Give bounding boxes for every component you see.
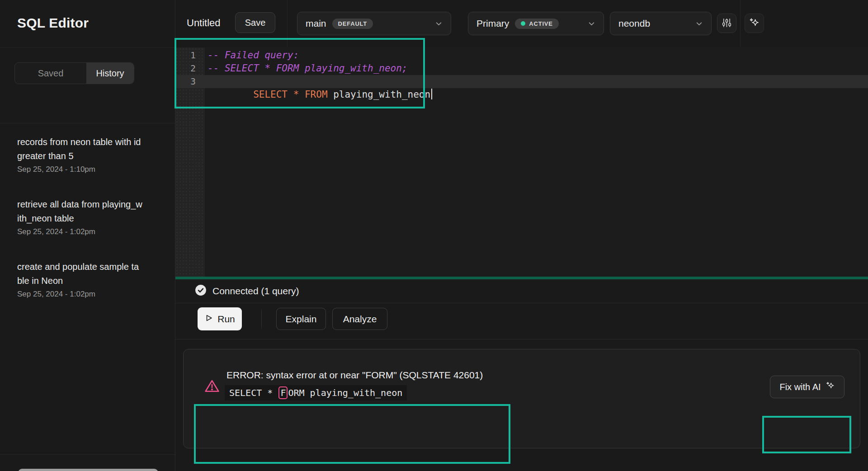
check-circle-icon [195,284,207,298]
new-query-button-partial[interactable] [18,469,158,471]
sql-keyword: SELECT [253,89,288,100]
error-message: ERROR: syntax error at or near "FORM" (S… [226,370,483,381]
saved-history-segmented-control: Saved History [14,62,134,84]
branch-default-badge: DEFAULT [332,19,373,29]
sql-table-name: playing_with_neon [333,89,430,100]
tab-history[interactable]: History [86,63,134,84]
code-line-2: 2 -- SELECT * FORM playing_with_neon; [175,62,868,75]
editor-toolbar: Untitled Save main DEFAULT Primary ACTIV… [175,0,868,47]
run-button-label: Run [217,314,235,325]
play-icon [204,314,213,325]
history-item-timestamp: Sep 25, 2024 - 1:10pm [17,165,158,174]
toolbar-divider [740,0,741,47]
explain-button[interactable]: Explain [276,308,326,330]
line-number: 3 [175,75,205,88]
main-area: Untitled Save main DEFAULT Primary ACTIV… [175,0,868,471]
line-number: 1 [175,49,205,62]
database-selector[interactable]: neondb [610,12,712,35]
history-item[interactable]: create and populate sample ta ble in Neo… [17,260,158,299]
history-item-title: create and populate sample ta ble in Neo… [17,260,158,288]
active-status-dot [521,21,525,26]
results-panel: ERROR: syntax error at or near "FORM" (S… [183,349,860,448]
chevron-down-icon [695,20,703,28]
text-cursor [431,89,432,99]
connection-status-text: Connected (1 query) [212,286,299,297]
active-badge-label: ACTIVE [529,20,552,27]
history-item[interactable]: retrieve all data from playing_w ith_neo… [17,198,158,236]
history-item-timestamp: Sep 25, 2024 - 1:02pm [17,290,158,299]
compute-name: Primary [476,18,509,29]
fix-with-ai-button[interactable]: Fix with AI [770,376,844,398]
chevron-down-icon [435,20,443,28]
toolbar-divider [287,0,288,47]
history-list: records from neon table with id greater … [0,123,175,299]
error-highlight-char: F [278,386,288,399]
warning-triangle-icon [204,379,220,395]
results-area: ERROR: syntax error at or near "FORM" (S… [175,340,868,471]
save-button[interactable]: Save [235,12,275,33]
error-code-before: SELECT * [229,387,278,398]
sidebar-footer [0,454,175,471]
error-code-after: ORM playing_with_neon [288,387,402,398]
code-line-1: 1 -- Failed query: [175,49,868,62]
run-button[interactable]: Run [198,307,242,330]
database-name: neondb [618,18,650,29]
actions-divider [261,310,262,329]
compute-active-badge: ACTIVE [515,19,558,29]
compute-selector[interactable]: Primary ACTIVE [468,12,604,35]
sliders-icon [722,18,732,29]
chevron-down-icon [588,20,595,28]
query-settings-button[interactable] [717,14,736,33]
history-item[interactable]: records from neon table with id greater … [17,135,158,174]
history-item-title: retrieve all data from playing_w ith_neo… [17,198,158,226]
query-actions-bar: Run Explain Analyze [175,303,868,339]
tab-saved[interactable]: Saved [15,63,86,84]
sql-comment: -- SELECT * FORM playing_with_neon; [208,63,408,74]
sql-comment: -- Failed query: [208,50,299,61]
sparkles-icon [749,17,760,30]
line-number: 2 [175,62,205,75]
page-title: SQL Editor [0,0,175,31]
sql-star: * [293,89,299,100]
analyze-button[interactable]: Analyze [332,308,387,330]
branch-selector[interactable]: main DEFAULT [297,12,451,35]
sparkles-icon [826,381,835,393]
query-title: Untitled [187,17,221,29]
fix-with-ai-label: Fix with AI [779,382,821,392]
history-item-title: records from neon table with id greater … [17,135,158,163]
error-query-snippet: SELECT * FORM playing_with_neon [225,385,407,400]
code-line-3-current: 3 SELECT*FROMplaying_with_neon [175,75,868,88]
connection-status-bar: Connected (1 query) [175,279,868,303]
sidebar-header: SQL Editor [0,0,175,48]
sql-keyword: FROM [305,89,328,100]
branch-name: main [306,18,326,29]
history-item-timestamp: Sep 25, 2024 - 1:02pm [17,227,158,236]
sidebar-tabs-section: Saved History [0,62,175,123]
sidebar: SQL Editor Saved History records from ne… [0,0,175,471]
ai-assist-button[interactable] [745,14,764,33]
